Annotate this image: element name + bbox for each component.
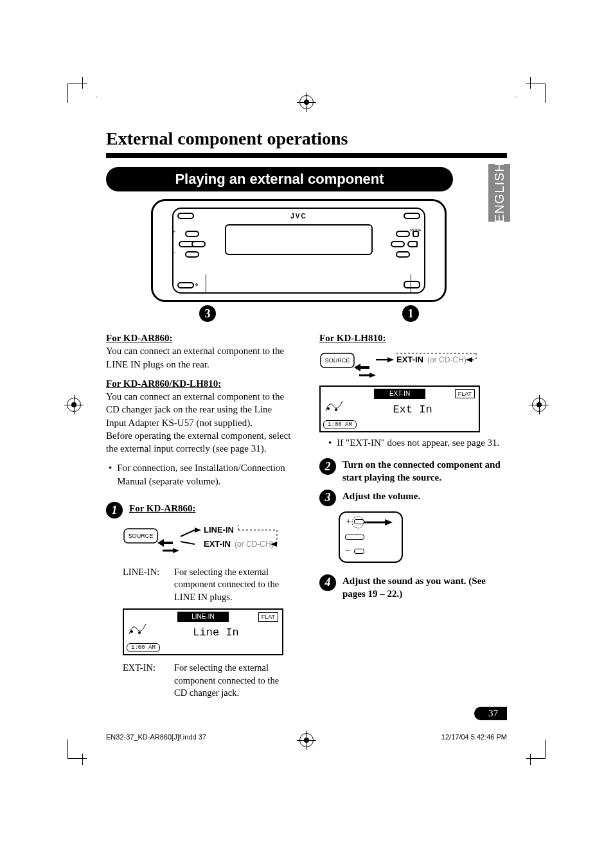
stereo-brand: JVC xyxy=(290,213,306,220)
page-title: External component operations xyxy=(106,128,507,149)
callout-3: 3 xyxy=(199,305,216,322)
svg-point-14 xyxy=(138,632,141,634)
crop-tick xyxy=(530,77,531,89)
minus-icon: − xyxy=(345,545,350,557)
crop-tick xyxy=(82,754,83,765)
step-3-text: Adjust the volume. xyxy=(342,490,507,502)
svg-marker-2 xyxy=(173,548,179,553)
source-diagram-lh810: SOURCE EXT-IN (or CD-CH) xyxy=(319,348,507,379)
body-text: You can connect an external component to… xyxy=(106,391,284,428)
plus-icon: + xyxy=(172,228,176,235)
volume-pad: + − xyxy=(339,511,403,563)
svg-marker-23 xyxy=(466,357,472,362)
step-3-badge: 3 xyxy=(319,490,336,506)
animation-icon xyxy=(127,620,148,637)
svg-line-7 xyxy=(181,542,195,544)
def-label: LINE-IN: xyxy=(123,566,169,604)
step-2-badge: 2 xyxy=(319,458,336,475)
lcd-bar: LINE-IN xyxy=(177,612,229,622)
svg-marker-4 xyxy=(195,527,201,533)
stereo-button xyxy=(396,231,410,237)
crop-mark xyxy=(67,84,87,103)
lcd-flat: FLAT xyxy=(455,389,475,398)
color-strip-left xyxy=(96,96,98,98)
registration-target-icon xyxy=(299,95,314,109)
source-diagram-ar860: SOURCE LINE-IN EXT-IN (or CD-CH) xyxy=(123,524,294,560)
svg-point-13 xyxy=(130,630,133,633)
svg-text:EXT-IN: EXT-IN xyxy=(204,539,231,549)
section-subtitle: Playing an external component xyxy=(106,167,453,191)
left-column: For KD-AR860: You can connect an externa… xyxy=(106,332,294,700)
body-text: You can connect an external component to… xyxy=(106,346,284,369)
bullet-text: For connection, see Installation/Connect… xyxy=(117,461,294,488)
svg-text:LINE-IN: LINE-IN xyxy=(204,525,234,535)
stereo-led xyxy=(195,283,198,286)
crop-mark xyxy=(526,84,546,103)
step1-heading: For KD-AR860: xyxy=(129,502,294,515)
stereo-button xyxy=(407,241,418,247)
right-column: For KD-LH810: SOURCE EXT-IN (or CD-CH) xyxy=(319,332,507,700)
svg-point-27 xyxy=(327,407,330,410)
page-number: 37 xyxy=(474,707,507,720)
svg-text:(or CD-CH): (or CD-CH) xyxy=(427,355,466,364)
footer-right: 12/17/04 5:42:46 PM xyxy=(441,733,507,741)
svg-marker-31 xyxy=(385,519,393,526)
stereo-button xyxy=(177,213,194,219)
stereo-diagram: JVC MODE xyxy=(151,199,447,302)
callout-1: 1 xyxy=(402,305,419,322)
stereo-button xyxy=(177,282,194,288)
svg-text:SOURCE: SOURCE xyxy=(325,357,350,364)
step-1-badge: 1 xyxy=(106,502,123,518)
bullet-icon: • xyxy=(109,461,112,488)
svg-marker-20 xyxy=(387,357,394,362)
registration-target-icon xyxy=(67,398,81,412)
mode-label: MODE xyxy=(410,228,422,232)
bullet-text: If "EXT-IN" does not appear, see page 31… xyxy=(337,436,499,449)
lcd-line-in: LINE-IN FLAT Line In 1:00 AM xyxy=(123,608,283,655)
svg-text:EXT-IN: EXT-IN xyxy=(396,355,423,364)
stereo-button xyxy=(404,281,420,288)
footer-left: EN32-37_KD-AR860[J]f.indd 37 xyxy=(106,733,206,741)
footer-slug: EN32-37_KD-AR860[J]f.indd 37 12/17/04 5:… xyxy=(106,733,507,741)
svg-point-29 xyxy=(352,517,364,528)
lcd-time: 1:00 AM xyxy=(127,643,160,652)
crop-tick xyxy=(82,77,83,89)
minus-icon: − xyxy=(172,249,176,256)
bullet-icon: • xyxy=(328,436,332,449)
crop-tick xyxy=(530,754,531,765)
callout-line xyxy=(411,274,411,294)
stereo-button xyxy=(185,231,199,237)
title-rule xyxy=(106,153,507,158)
step-2-text: Turn on the connected component and star… xyxy=(342,458,507,484)
stereo-button xyxy=(396,251,410,258)
stereo-button xyxy=(391,241,405,247)
def-text: For selecting the external component con… xyxy=(174,566,294,604)
lcd-time: 1:00 AM xyxy=(323,420,357,429)
svg-point-28 xyxy=(335,409,337,411)
animation-icon xyxy=(323,397,345,414)
source-label: SOURCE xyxy=(129,533,154,539)
color-strip-right xyxy=(515,96,517,98)
lcd-ext-in: EXT-IN FLAT Ext In 1:00 AM xyxy=(319,385,480,432)
registration-target-icon xyxy=(532,398,546,412)
stereo-button xyxy=(191,241,206,247)
crop-mark xyxy=(526,740,546,759)
lcd-bar: EXT-IN xyxy=(374,389,425,399)
pad-button xyxy=(354,549,364,554)
lcd-flat: FLAT xyxy=(258,612,278,621)
language-tab: ENGLISH xyxy=(488,164,510,222)
arrow-icon xyxy=(350,514,395,533)
stereo-button xyxy=(185,251,199,258)
step-4-text: Adjust the sound as you want. (See pages… xyxy=(342,574,507,601)
stereo-button xyxy=(404,213,420,219)
svg-line-3 xyxy=(181,530,195,536)
stereo-display xyxy=(225,224,373,255)
step-4-badge: 4 xyxy=(319,574,336,591)
body-text: Before operating the external component,… xyxy=(106,430,290,454)
pad-button xyxy=(345,535,364,540)
heading-kd-lh810: For KD-LH810: xyxy=(319,332,507,344)
svg-text:(or CD-CH): (or CD-CH) xyxy=(235,540,274,549)
heading-kd-ar860: For KD-AR860: xyxy=(106,333,172,343)
svg-marker-18 xyxy=(369,373,376,378)
heading-kd-both: For KD-AR860/KD-LH810: xyxy=(106,378,221,389)
